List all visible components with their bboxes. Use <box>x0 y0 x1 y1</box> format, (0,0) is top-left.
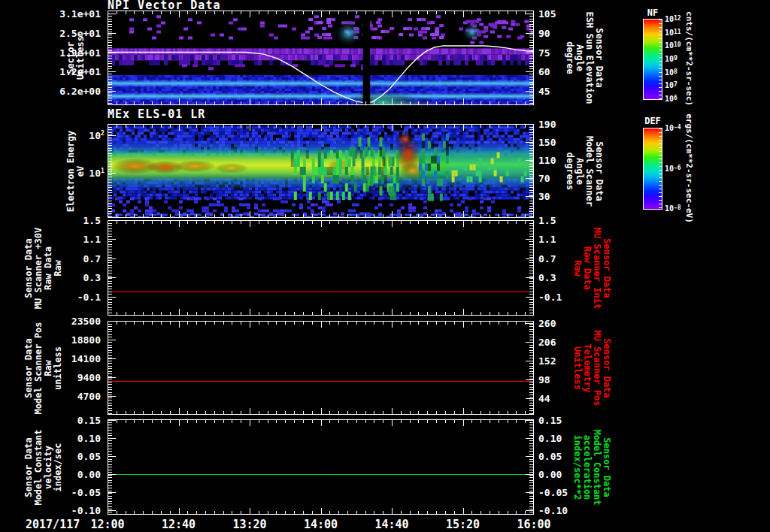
colorbar-tick-label: 10-6 <box>665 164 674 172</box>
x-axis-tick-label: 16:00 <box>517 518 550 531</box>
y-tick-label: 90 <box>538 27 591 38</box>
x-axis-date-label: 2017/117 <box>26 518 80 531</box>
y-tick-label: 6.2e+00 <box>21 85 101 96</box>
y-tick-label: 30 <box>538 191 591 202</box>
colorbar-nf-title: NF <box>640 8 665 18</box>
y-tick-label: 0.10 <box>538 433 591 444</box>
y-tick-label: 0.7 <box>538 252 591 264</box>
y-tick-label: 2.5e+01 <box>21 27 101 38</box>
y-tick-label: 9400 <box>21 372 101 383</box>
y-tick-label: 1.5 <box>21 215 101 226</box>
y-tick-label: 0.7 <box>21 252 101 264</box>
y-tick-label: 3.1e+01 <box>21 8 101 20</box>
y-tick-label: 110 <box>538 155 591 166</box>
y-tick-label: -0.1 <box>538 291 591 302</box>
colorbar-tick-label: 108 <box>665 68 674 76</box>
y-tick-label: 14100 <box>21 353 101 364</box>
colorbar-tick-label: 106 <box>665 95 674 103</box>
y-tick-label: 1.5 <box>538 215 591 226</box>
colorbar-tick-label: 107 <box>665 81 674 89</box>
colorbar-def-gradient <box>643 128 662 210</box>
y-tick-label: 0.3 <box>538 272 591 283</box>
y-tick-label: 190 <box>538 119 591 130</box>
y-tick-label: 23500 <box>21 316 101 327</box>
y-tick-label: -0.1 <box>21 291 101 302</box>
y-tick-label: 102 <box>21 130 101 141</box>
y-tick-label: 0.3 <box>21 272 101 283</box>
y-tick-label: 60 <box>538 66 591 77</box>
y-tick-label: -0.10 <box>538 504 591 515</box>
npi-spectrogram-canvas <box>108 11 534 105</box>
y-tick-label: 0.00 <box>538 469 591 480</box>
y-tick-label: 75 <box>538 47 591 58</box>
colorbar-nf-gradient <box>643 19 662 100</box>
y-tick-label: 18800 <box>21 334 101 346</box>
colorbar-tick-label: 109 <box>665 55 674 63</box>
y-tick-label: 206 <box>538 337 591 348</box>
y-tick-label: 0.15 <box>538 415 591 426</box>
els-panel-title: MEx ELS-01 LR <box>108 109 408 120</box>
y-tick-label: 44 <box>538 393 591 404</box>
y-tick-label: 1.1 <box>538 234 591 245</box>
colorbar-tick-label: 10-8 <box>665 204 674 213</box>
x-axis-tick-label: 12:00 <box>90 518 124 531</box>
y-tick-label: 105 <box>538 8 591 19</box>
y-tick-label: -0.05 <box>21 486 101 497</box>
y-tick-label: 260 <box>538 318 591 329</box>
y-tick-label: 1.2e+01 <box>21 66 101 77</box>
y-tick-label: 0.10 <box>21 433 101 444</box>
x-axis-tick-label: 14:00 <box>304 518 338 531</box>
model-constant-velocity-plot-canvas <box>108 419 534 515</box>
y-tick-label: 45 <box>538 86 591 97</box>
npi-panel-title: NPI Vector Data <box>108 0 408 11</box>
plot-page: NPI Vector Data Sector Unitless Sensor D… <box>0 0 770 532</box>
x-axis-tick-label: 13:20 <box>232 518 266 531</box>
y-tick-label: 70 <box>538 173 591 184</box>
colorbar-def-title: DEF <box>640 116 665 126</box>
y-tick-label: 152 <box>538 355 591 367</box>
y-tick-label: 101 <box>21 168 101 179</box>
y-tick-label: 4700 <box>21 391 101 402</box>
y-tick-label: 0.05 <box>21 451 101 462</box>
mu-scanner-30v-plot-canvas <box>108 220 534 316</box>
colorbar-tick-label: 10-4 <box>665 124 674 132</box>
x-axis-tick-label: 15:20 <box>446 518 480 531</box>
colorbar-tick-label: 1012 <box>665 15 674 23</box>
y-tick-label: 0.00 <box>21 469 101 480</box>
y-tick-label: -0.05 <box>538 486 591 497</box>
y-tick-label: 1.1 <box>21 234 101 245</box>
els-spectrogram-canvas <box>108 124 534 218</box>
y-tick-label: 98 <box>538 374 591 385</box>
y-tick-label: 150 <box>538 137 591 148</box>
x-axis-tick-label: 14:40 <box>374 518 408 531</box>
y-tick-label: 1.9e+01 <box>21 47 101 58</box>
model-scanner-pos-plot-canvas <box>108 321 534 415</box>
colorbar-def-units: ergs/(cm**2-sr-sec-eV) <box>684 101 694 236</box>
y-tick-label: -0.10 <box>21 504 101 515</box>
colorbar-tick-label: 1010 <box>665 41 674 50</box>
colorbar-tick-label: 1011 <box>665 28 674 36</box>
y-tick-label: 0.15 <box>21 415 101 426</box>
x-axis-tick-label: 12:40 <box>162 518 196 531</box>
y-tick-label: 0.05 <box>538 451 591 462</box>
